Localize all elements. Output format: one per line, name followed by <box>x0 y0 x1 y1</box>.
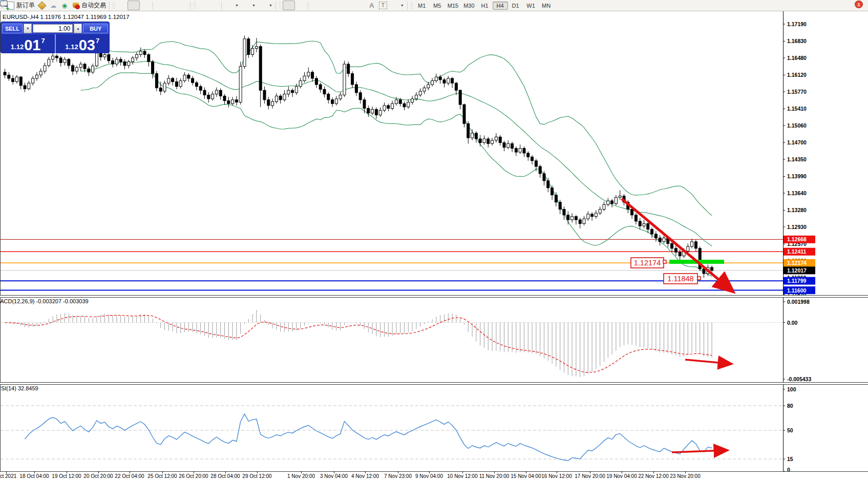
time-axis[interactable]: Oct 202118 Oct 04:0019 Oct 12:0020 Oct 2… <box>0 471 868 480</box>
time-axis-label: 15 Nov 04:00 <box>511 473 541 479</box>
clock-icon <box>242 2 250 9</box>
time-axis-label: 10 Nov 12:00 <box>447 473 478 479</box>
zoom-out-button[interactable] <box>166 1 177 10</box>
line-chart-button[interactable] <box>140 1 151 10</box>
time-axis-label: 11 Nov 20:00 <box>479 473 510 479</box>
price-chart-canvas[interactable]: 1.121741.118481.171901.168301.164801.161… <box>1 11 868 295</box>
auto-trading-button[interactable]: 自动交易 <box>70 1 108 10</box>
svg-text:1.16120: 1.16120 <box>787 72 807 78</box>
macd-canvas[interactable]: 0.0019980.00-0.005433 <box>1 297 868 382</box>
svg-text:1.11799: 1.11799 <box>787 278 807 284</box>
macd-panel[interactable]: 0.0019980.00-0.005433 <box>0 297 868 382</box>
chevron-down-icon: ▼ <box>400 4 404 7</box>
sell-price-display[interactable]: 1.12 01 7 <box>1 34 56 53</box>
horizontal-line-tool[interactable] <box>321 1 332 10</box>
buy-price-display[interactable]: 1.12 03 7 <box>56 34 110 53</box>
horizontal-line-icon <box>323 2 331 9</box>
price-chart-panel[interactable]: 1.121741.118481.171901.168301.164801.161… <box>0 11 868 295</box>
sell-button[interactable]: SELL <box>2 24 23 33</box>
tile-windows-icon <box>179 2 187 9</box>
rsi-canvas[interactable]: 1008050150 <box>1 384 868 471</box>
search-button[interactable] <box>833 1 844 10</box>
auto-scroll-button[interactable] <box>197 1 208 10</box>
rsi-panel[interactable]: 1008050150 <box>0 384 868 471</box>
trendline-tool[interactable] <box>332 1 344 10</box>
vertical-line-icon <box>311 2 320 9</box>
market-depth-button[interactable] <box>36 1 48 10</box>
channel-tool[interactable]: E <box>344 1 355 10</box>
fibonacci-tool[interactable]: F <box>355 1 366 10</box>
time-axis-label: 1 Nov 20:00 <box>287 473 315 479</box>
signals-button[interactable]: ◉ <box>59 1 70 10</box>
time-axis-label: 28 Oct 04:00 <box>210 473 240 479</box>
zoom-out-icon <box>167 2 176 9</box>
timeframe-m30[interactable]: M30 <box>461 2 477 10</box>
sell-price-pip: 7 <box>41 37 45 45</box>
template-icon <box>259 2 267 9</box>
tile-windows-button[interactable] <box>177 1 188 10</box>
bar-chart-button[interactable] <box>116 1 128 10</box>
notification-badge[interactable]: 1 <box>855 1 863 8</box>
time-axis-label: 4 Nov 12:00 <box>351 473 379 479</box>
text-label-icon: T <box>379 2 387 9</box>
time-axis-label: 18 Oct 04:00 <box>19 473 49 479</box>
buy-button[interactable]: BUY <box>83 24 108 33</box>
svg-text:1.14350: 1.14350 <box>787 156 807 162</box>
cursor-tool-button[interactable] <box>283 1 295 10</box>
text-label-tool[interactable]: T <box>377 1 389 10</box>
fibonacci-icon: F <box>356 2 365 9</box>
timeframe-h1[interactable]: H1 <box>477 2 493 10</box>
time-axis-label: 25 Oct 12:00 <box>147 473 177 479</box>
crosshair-icon <box>297 2 305 9</box>
time-axis-label: 9 Nov 04:00 <box>415 473 443 479</box>
trendline-icon <box>334 2 342 9</box>
svg-text:0.001998: 0.001998 <box>787 299 810 305</box>
chart-ohlc-title: EURUSD-,H4 1.11976 1.12047 1.11969 1.120… <box>3 14 130 20</box>
svg-text:0: 0 <box>787 467 790 471</box>
timeframe-m5[interactable]: M5 <box>430 2 445 10</box>
timeframe-d1[interactable]: D1 <box>508 2 523 10</box>
community-button[interactable]: ☁ <box>48 1 59 10</box>
svg-text:80: 80 <box>787 403 793 409</box>
vertical-line-tool[interactable] <box>310 1 321 10</box>
new-order-button[interactable]: 新订单 <box>5 1 36 10</box>
time-axis-label: Oct 2021 <box>0 473 16 479</box>
lot-size-input[interactable] <box>33 24 73 33</box>
main-toolbar: 新订单 ☁ ◉ 自动交易 ▼ ▼ ▼ E F A T ▼ M1M5M15M30H… <box>0 0 868 11</box>
notifications-button[interactable] <box>844 1 856 10</box>
templates-button[interactable]: ▼ <box>257 1 274 10</box>
time-axis-label: 29 Oct 12:00 <box>242 473 271 479</box>
panel-separator[interactable] <box>0 382 868 385</box>
timeframe-m1[interactable]: M1 <box>414 2 430 10</box>
lot-decrease-button[interactable]: ▼ <box>24 24 32 33</box>
timeframe-m15[interactable]: M15 <box>445 2 461 10</box>
chart-shift-icon <box>210 2 218 9</box>
svg-text:1.15410: 1.15410 <box>787 106 807 112</box>
zoom-in-button[interactable] <box>155 1 166 10</box>
indicators-button[interactable]: ▼ <box>223 1 240 10</box>
svg-text:1.12017: 1.12017 <box>787 267 807 274</box>
periods-button[interactable]: ▼ <box>240 1 257 10</box>
chevron-down-icon: ▼ <box>235 4 239 7</box>
text-tool[interactable]: A <box>366 1 377 10</box>
svg-text:15: 15 <box>787 456 793 462</box>
timeframe-w1[interactable]: W1 <box>523 2 539 10</box>
chevron-down-icon: ▼ <box>252 4 256 7</box>
crosshair-tool-button[interactable] <box>295 1 306 10</box>
svg-text:1.12411: 1.12411 <box>787 248 807 255</box>
arrows-tool[interactable]: ▼ <box>389 1 406 10</box>
rsi-indicator-label: RSI(14) 32.8459 <box>0 385 38 391</box>
svg-text:1.11600: 1.11600 <box>787 287 807 294</box>
new-order-label: 新订单 <box>16 1 35 10</box>
zoom-in-icon <box>156 2 164 9</box>
candle-chart-button[interactable] <box>128 1 140 10</box>
chart-shift-button[interactable] <box>208 1 220 10</box>
timeframe-mn[interactable]: MN <box>539 2 554 10</box>
panel-separator[interactable] <box>0 295 868 298</box>
lot-increase-button[interactable]: ▲ <box>74 24 82 33</box>
chevron-down-icon: ▼ <box>269 4 272 7</box>
line-chart-icon <box>141 2 150 9</box>
timeframe-h4[interactable]: H4 <box>493 2 508 10</box>
timeframe-group: M1M5M15M30H1H4D1W1MN <box>414 2 554 10</box>
gold-box-icon <box>38 2 46 9</box>
